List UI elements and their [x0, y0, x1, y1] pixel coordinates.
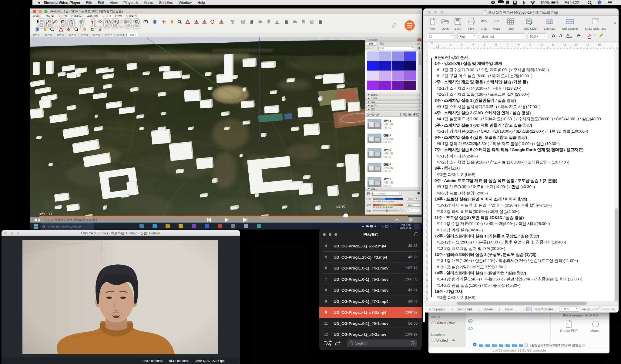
svg-text:100%: 100%	[540, 1, 550, 5]
svg-text:14: 14	[586, 43, 589, 46]
svg-text:12: 12	[563, 43, 566, 46]
svg-text:10: 10	[540, 43, 543, 46]
svg-text:8: 8	[518, 43, 519, 46]
svg-text:1: 1	[438, 43, 439, 46]
svg-text:A: A	[382, 225, 384, 228]
svg-text:ㄱ: ㄱ	[378, 225, 381, 228]
svg-text:13: 13	[575, 43, 578, 46]
svg-text:11: 11	[552, 43, 554, 46]
svg-text:4: 4	[472, 43, 474, 46]
svg-text:15: 15	[598, 43, 601, 46]
svg-text:2: 2	[449, 43, 451, 46]
svg-text:7: 7	[506, 43, 508, 46]
svg-text:9: 9	[529, 43, 531, 46]
svg-text:6: 6	[495, 43, 497, 46]
svg-text:3: 3	[461, 43, 462, 46]
svg-text:Fri 14:22: Fri 14:22	[565, 1, 579, 5]
svg-text:5: 5	[484, 43, 485, 46]
